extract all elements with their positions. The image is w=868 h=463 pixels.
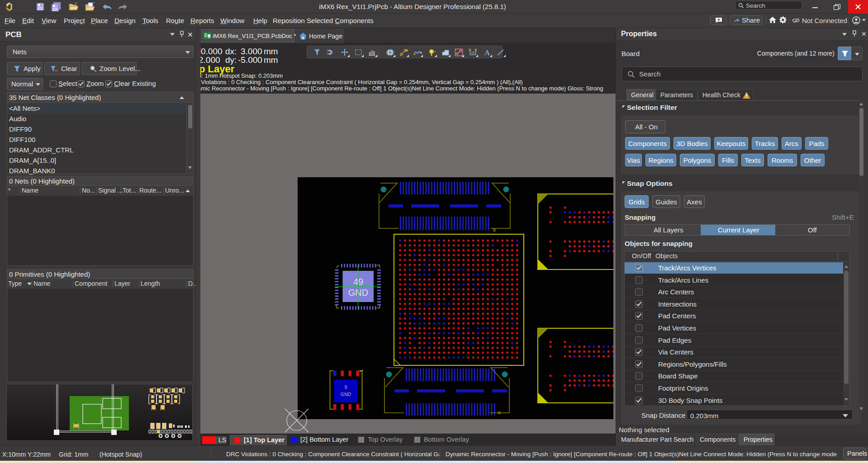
svg-text:10: 10 bbox=[471, 51, 475, 54]
svg-text:A: A bbox=[484, 48, 490, 57]
svg-text:9: 9 bbox=[345, 384, 347, 390]
svg-text:GND: GND bbox=[341, 392, 351, 397]
